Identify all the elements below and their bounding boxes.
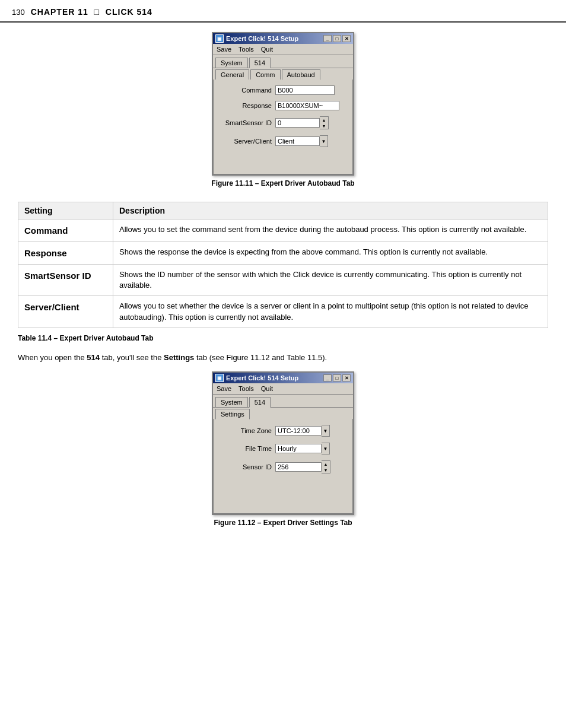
sensorid-spin-group[interactable]: ▲ ▼ [275, 460, 330, 473]
filetime-label: File Time [218, 445, 272, 452]
spin-up[interactable]: ▲ [320, 117, 328, 123]
col-header-setting: Setting [18, 202, 113, 220]
top2-tabs[interactable]: System 514 [213, 395, 353, 407]
close2-button[interactable]: ✕ [342, 374, 351, 382]
timezone-dropdown-arrow[interactable]: ▼ [322, 425, 330, 437]
setting-smartsensor: SmartSensor ID [18, 265, 113, 296]
sensorid-field: Sensor ID ▲ ▼ [218, 460, 348, 473]
command-field: Command [218, 85, 348, 95]
serverclient-input[interactable] [275, 136, 320, 146]
close-button[interactable]: ✕ [342, 35, 351, 42]
titlebar-buttons[interactable]: _ □ ✕ [323, 35, 351, 42]
filetime-field: File Time ▼ [218, 443, 348, 454]
figure-11-12-caption: Figure 11.12 – Expert Driver Settings Ta… [214, 519, 352, 527]
dialog-menubar[interactable]: Save Tools Quit [213, 44, 353, 55]
smartsensor-label: SmartSensor ID [218, 119, 272, 126]
setting-response: Response [18, 242, 113, 265]
command-input[interactable] [275, 85, 335, 95]
figure-11-12-container: ▣ Expert Click! 514 Setup _ □ ✕ Save Too… [18, 371, 548, 536]
sensorid-input[interactable] [275, 462, 322, 472]
serverclient-label: Server/Client [218, 138, 272, 145]
spin2-up[interactable]: ▲ [322, 461, 330, 467]
tab-system[interactable]: System [215, 58, 248, 68]
figure-11-11-caption: Figure 11.11 – Expert Driver Autobaud Ta… [211, 179, 354, 187]
serverclient-dropdown-group[interactable]: ▼ [275, 135, 328, 147]
desc-serverclient: Allows you to set whether the device is … [113, 296, 548, 328]
desc-command: Allows you to set the command sent from … [113, 220, 548, 242]
response-field: Response [218, 101, 348, 110]
dialog2-body: Time Zone ▼ File Time ▼ Sensor I [213, 419, 353, 514]
table-row: Response Shows the response the device i… [18, 242, 548, 265]
table-row: Command Allows you to set the command se… [18, 220, 548, 242]
smartsensor-spin-buttons[interactable]: ▲ ▼ [320, 116, 329, 129]
menu2-save[interactable]: Save [215, 384, 233, 393]
page-number: 130 [12, 8, 25, 17]
dialog2-menubar[interactable]: Save Tools Quit [213, 383, 353, 395]
chapter-title: CHAPTER 11 □ CLICK 514 [31, 7, 152, 17]
setting-command: Command [18, 220, 113, 242]
table-row: SmartSensor ID Shows the ID number of th… [18, 265, 548, 296]
setting-serverclient: Server/Client [18, 296, 113, 328]
menu-save[interactable]: Save [215, 45, 233, 53]
smartsensor-spin-group[interactable]: ▲ ▼ [275, 116, 329, 129]
sub-tabs[interactable]: General Comm Autobaud [213, 68, 353, 80]
menu2-quit[interactable]: Quit [260, 384, 274, 393]
command-label: Command [218, 87, 272, 94]
titlebar-left: ▣ Expert Click! 514 Setup [215, 34, 298, 43]
menu2-tools[interactable]: Tools [237, 384, 255, 393]
table-11-4: Setting Description Command Allows you t… [18, 202, 548, 328]
dialog-titlebar: ▣ Expert Click! 514 Setup _ □ ✕ [213, 33, 353, 44]
tab2-514[interactable]: 514 [249, 397, 271, 408]
tab2-system[interactable]: System [215, 397, 248, 407]
table-row: Server/Client Allows you to set whether … [18, 296, 548, 328]
filetime-input[interactable] [275, 444, 322, 453]
timezone-label: Time Zone [218, 427, 272, 434]
dialog-settings[interactable]: ▣ Expert Click! 514 Setup _ □ ✕ Save Too… [212, 371, 354, 515]
maximize-button[interactable]: □ [333, 35, 341, 42]
smartsensor-field: SmartSensor ID ▲ ▼ [218, 116, 348, 129]
filetime-dropdown-arrow[interactable]: ▼ [322, 443, 330, 454]
table-11-4-caption: Table 11.4 – Expert Driver Autobaud Tab [18, 334, 548, 342]
menu-quit[interactable]: Quit [260, 45, 274, 53]
spin-down[interactable]: ▼ [320, 123, 328, 129]
minimize-button[interactable]: _ [323, 35, 332, 42]
sensorid-label: Sensor ID [218, 463, 272, 471]
smartsensor-input[interactable] [275, 118, 320, 128]
serverclient-field: Server/Client ▼ [218, 135, 348, 147]
titlebar2-buttons[interactable]: _ □ ✕ [323, 374, 351, 382]
minimize2-button[interactable]: _ [323, 374, 332, 382]
body-paragraph: When you open the 514 tab, you'll see th… [18, 352, 548, 364]
dialog-body: Command Response SmartSensor ID ▲ ▼ [213, 80, 353, 174]
timezone-input[interactable] [275, 426, 322, 435]
subtab-autobaud[interactable]: Autobaud [282, 69, 320, 80]
sensorid-spin-buttons[interactable]: ▲ ▼ [322, 460, 330, 473]
titlebar2-left: ▣ Expert Click! 514 Setup [215, 374, 298, 382]
maximize2-button[interactable]: □ [333, 374, 341, 382]
col-header-description: Description [113, 202, 548, 220]
main-content: ▣ Expert Click! 514 Setup _ □ ✕ Save Too… [0, 32, 566, 536]
dialog2-titlebar: ▣ Expert Click! 514 Setup _ □ ✕ [213, 373, 353, 383]
page-header: 130 CHAPTER 11 □ CLICK 514 [0, 0, 566, 23]
filetime-dropdown-group[interactable]: ▼ [275, 443, 330, 454]
app2-icon: ▣ [215, 374, 224, 382]
timezone-dropdown-group[interactable]: ▼ [275, 425, 330, 437]
serverclient-dropdown-arrow[interactable]: ▼ [320, 135, 328, 147]
subtab-comm[interactable]: Comm [250, 69, 280, 80]
sub2-tabs[interactable]: Settings [213, 407, 353, 419]
dialog2-title: Expert Click! 514 Setup [226, 374, 298, 382]
dialog-title: Expert Click! 514 Setup [226, 35, 298, 42]
app-icon: ▣ [215, 34, 224, 43]
top-tabs[interactable]: System 514 [213, 55, 353, 68]
subtab-general[interactable]: General [215, 69, 249, 80]
figure-11-11-container: ▣ Expert Click! 514 Setup _ □ ✕ Save Too… [18, 32, 548, 197]
menu-tools[interactable]: Tools [237, 45, 255, 53]
response-label: Response [218, 102, 272, 109]
timezone-field: Time Zone ▼ [218, 425, 348, 437]
response-input[interactable] [275, 101, 339, 110]
subtab2-settings[interactable]: Settings [215, 409, 250, 419]
tab-514[interactable]: 514 [249, 58, 271, 68]
desc-response: Shows the response the device is expecti… [113, 242, 548, 265]
dialog-autobaud[interactable]: ▣ Expert Click! 514 Setup _ □ ✕ Save Too… [212, 32, 354, 176]
spin2-down[interactable]: ▼ [322, 467, 330, 473]
desc-smartsensor: Shows the ID number of the sensor with w… [113, 265, 548, 296]
